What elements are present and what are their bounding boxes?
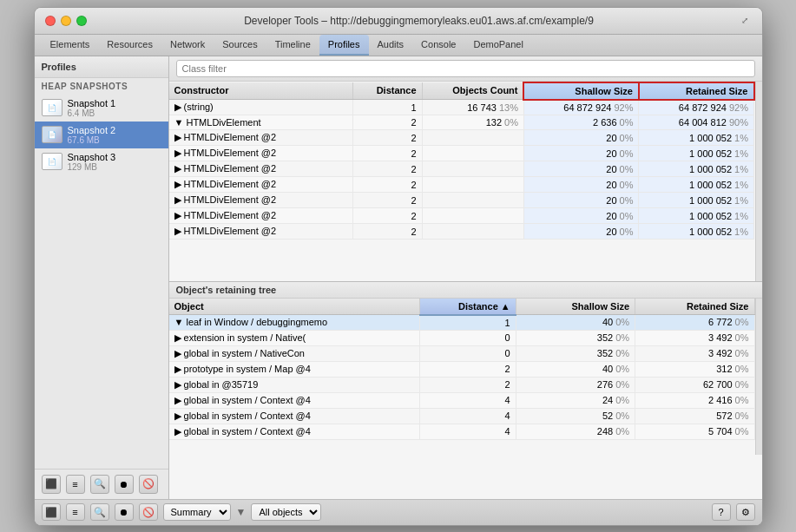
heap-table-scroll[interactable]: Constructor Distance Objects Count Shall… <box>169 82 755 281</box>
heap-cell-shallow: 20 0% <box>523 193 639 208</box>
heap-table-row[interactable]: ▶ HTMLDivElement @2 2 20 0% 1 000 052 1% <box>169 177 754 193</box>
sidebar-btn-list[interactable]: ≡ <box>66 475 85 494</box>
heap-cell-objects <box>422 193 523 208</box>
tab-timeline[interactable]: Timeline <box>266 35 319 56</box>
retaining-table-row[interactable]: ▶ global in @35719 2 276 0% 62 700 0% <box>169 377 755 392</box>
nav-tabs: Elements Resources Network Sources Timel… <box>35 35 762 56</box>
retaining-table-row[interactable]: ▶ extension in system / Native( 0 352 0%… <box>169 330 755 345</box>
retaining-table-row[interactable]: ▼ leaf in Window / debuggingmemo 1 40 0%… <box>169 315 755 331</box>
heap-cell-distance: 2 <box>353 146 423 161</box>
snapshot-size-1: 6.4 MB <box>68 108 116 118</box>
heap-table-row[interactable]: ▼ HTMLDivElement 2 132 0% 2 636 0% 64 00… <box>169 115 754 130</box>
snapshot-item-1[interactable]: 📄 Snapshot 1 6.4 MB <box>35 95 168 122</box>
th-ret-shallow: Shallow Size <box>516 299 635 315</box>
heap-cell-retained: 64 004 812 90% <box>639 115 754 130</box>
ret-cell-object: ▶ global in @35719 <box>169 377 420 392</box>
tab-console[interactable]: Console <box>412 35 464 56</box>
devtools-window: Developer Tools – http://debuggingmemory… <box>34 7 763 526</box>
tab-profiles[interactable]: Profiles <box>319 35 369 56</box>
status-btn-toggle[interactable]: ⬛ <box>42 503 61 521</box>
sidebar-btn-circle[interactable]: ⏺ <box>115 475 134 494</box>
ret-cell-object: ▶ prototype in system / Map @4 <box>169 361 420 377</box>
scrollbar-upper[interactable] <box>755 82 762 281</box>
all-objects-select[interactable]: All objects <box>251 503 321 521</box>
ret-cell-object: ▼ leaf in Window / debuggingmemo <box>169 315 420 331</box>
heap-table-row[interactable]: ▶ HTMLDivElement @2 2 20 0% 1 000 052 1% <box>169 161 754 177</box>
heap-table-row[interactable]: ▶ HTMLDivElement @2 2 20 0% 1 000 052 1% <box>169 130 754 146</box>
ret-cell-retained: 312 0% <box>635 361 754 377</box>
snapshot-name-1: Snapshot 1 <box>68 98 116 108</box>
heap-cell-constructor: ▶ HTMLDivElement @2 <box>169 193 353 208</box>
ret-cell-shallow: 24 0% <box>516 392 635 408</box>
window-title: Developer Tools – http://debuggingmemory… <box>97 15 741 27</box>
heap-table-row[interactable]: ▶ HTMLDivElement @2 2 20 0% 1 000 052 1% <box>169 208 754 224</box>
heap-cell-constructor: ▶ HTMLDivElement @2 <box>169 146 353 161</box>
retaining-table: Object Distance ▲ Shallow Size Retained … <box>169 299 755 440</box>
status-btn-tree[interactable]: ≡ <box>66 503 85 521</box>
sidebar-btn-record[interactable]: ⬛ <box>42 475 61 494</box>
scrollbar-lower[interactable] <box>755 299 762 455</box>
class-filter-input[interactable] <box>176 60 755 77</box>
summary-select[interactable]: Summary <box>163 503 231 521</box>
status-btn-circle[interactable]: ⏺ <box>115 503 134 521</box>
retaining-table-row[interactable]: ▶ global in system / Context @4 4 52 0% … <box>169 408 755 424</box>
retaining-table-row[interactable]: ▶ global in system / Context @4 4 248 0%… <box>169 424 755 439</box>
tab-resources[interactable]: Resources <box>98 35 161 56</box>
retaining-table-row[interactable]: ▶ prototype in system / Map @4 2 40 0% 3… <box>169 361 755 377</box>
heap-cell-distance: 2 <box>353 224 423 240</box>
tab-sources[interactable]: Sources <box>214 35 266 56</box>
heap-table-row[interactable]: ▶ HTMLDivElement @2 2 20 0% 1 000 052 1% <box>169 193 754 208</box>
heap-cell-objects <box>422 161 523 177</box>
snapshot-size-3: 129 MB <box>68 162 116 172</box>
ret-cell-object: ▶ global in system / NativeCon <box>169 345 420 361</box>
th-object: Object <box>169 299 420 315</box>
heap-cell-distance: 2 <box>353 130 423 146</box>
ret-cell-shallow: 352 0% <box>516 330 635 345</box>
ret-cell-shallow: 352 0% <box>516 345 635 361</box>
heap-cell-distance: 2 <box>353 193 423 208</box>
heap-table-row[interactable]: ▶ HTMLDivElement @2 2 20 0% 1 000 052 1% <box>169 146 754 161</box>
sidebar-btn-search[interactable]: 🔍 <box>90 475 109 494</box>
maximize-button[interactable] <box>76 16 87 26</box>
status-btn-search[interactable]: 🔍 <box>90 503 109 521</box>
lower-section: Object's retaining tree Object Distance … <box>169 281 762 455</box>
status-btn-settings[interactable]: ⚙ <box>736 503 755 521</box>
ret-cell-retained: 3 492 0% <box>635 345 754 361</box>
retaining-table-wrapper: Object Distance ▲ Shallow Size Retained … <box>169 299 762 455</box>
retaining-table-row[interactable]: ▶ global in system / NativeCon 0 352 0% … <box>169 345 755 361</box>
tab-audits[interactable]: Audits <box>369 35 413 56</box>
status-btn-help[interactable]: ? <box>712 503 731 521</box>
ret-cell-shallow: 40 0% <box>516 315 635 331</box>
snapshot-item-2[interactable]: 📄 Snapshot 2 67.6 MB <box>35 122 168 148</box>
heap-table-row[interactable]: ▶ (string) 1 16 743 13% 64 872 924 92% 6… <box>169 100 754 115</box>
heap-table-row[interactable]: ▶ HTMLDivElement @2 2 20 0% 1 000 052 1% <box>169 224 754 240</box>
heap-cell-shallow: 20 0% <box>523 130 639 146</box>
snapshot-info-1: Snapshot 1 6.4 MB <box>68 98 116 118</box>
minimize-button[interactable] <box>61 16 71 26</box>
snapshot-item-3[interactable]: 📄 Snapshot 3 129 MB <box>35 148 168 175</box>
ret-cell-distance: 2 <box>419 377 516 392</box>
heap-cell-shallow: 20 0% <box>523 224 639 240</box>
tab-elements[interactable]: Elements <box>42 35 99 56</box>
retaining-table-scroll[interactable]: Object Distance ▲ Shallow Size Retained … <box>169 299 755 455</box>
heap-cell-retained: 1 000 052 1% <box>639 161 754 177</box>
retaining-tree-title: Object's retaining tree <box>169 282 762 299</box>
heap-cell-shallow: 20 0% <box>523 146 639 161</box>
heap-cell-retained: 1 000 052 1% <box>639 130 754 146</box>
heap-cell-objects: 132 0% <box>422 115 523 130</box>
heap-cell-objects <box>422 177 523 193</box>
close-button[interactable] <box>45 16 56 26</box>
ret-cell-retained: 5 704 0% <box>635 424 754 439</box>
resize-icon[interactable]: ⤢ <box>741 16 752 26</box>
retaining-table-row[interactable]: ▶ global in system / Context @4 4 24 0% … <box>169 392 755 408</box>
sidebar: Profiles HEAP SNAPSHOTS 📄 Snapshot 1 6.4… <box>35 56 169 499</box>
tab-demopanel[interactable]: DemoPanel <box>464 35 531 56</box>
titlebar: Developer Tools – http://debuggingmemory… <box>35 8 762 35</box>
heap-cell-constructor: ▶ HTMLDivElement @2 <box>169 161 353 177</box>
tab-network[interactable]: Network <box>161 35 214 56</box>
ret-cell-shallow: 40 0% <box>516 361 635 377</box>
sidebar-btn-clear[interactable]: 🚫 <box>139 475 158 494</box>
heap-cell-shallow: 2 636 0% <box>523 115 639 130</box>
status-btn-block[interactable]: 🚫 <box>139 503 158 521</box>
snapshot-size-2: 67.6 MB <box>68 135 116 145</box>
